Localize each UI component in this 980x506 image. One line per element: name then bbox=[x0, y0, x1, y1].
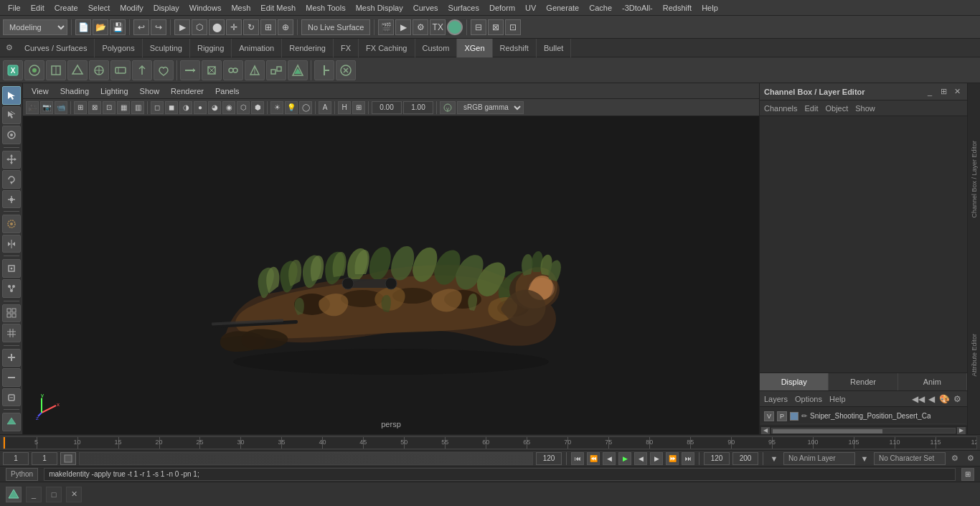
vp-hud-btn[interactable]: H bbox=[338, 101, 351, 114]
xgen-btn-9[interactable] bbox=[180, 60, 200, 80]
rp-edit-btn[interactable]: Edit bbox=[804, 104, 818, 113]
frame-end-anim-input[interactable] bbox=[536, 452, 562, 465]
vp-value1-input[interactable] bbox=[372, 101, 402, 114]
tr-dropdown1-icon[interactable]: ▼ bbox=[768, 452, 781, 465]
vp-snap2[interactable]: ⊠ bbox=[88, 101, 101, 114]
vp-aa-btn[interactable]: A bbox=[319, 101, 331, 114]
vp-light1[interactable]: ☀ bbox=[270, 101, 283, 114]
cluster-lt[interactable] bbox=[2, 279, 21, 298]
vp-shade3[interactable]: ◕ bbox=[208, 101, 221, 114]
tr-more-icon[interactable]: ⚙ bbox=[964, 452, 977, 465]
rotate-lt[interactable] bbox=[2, 170, 21, 189]
rp-tab-render[interactable]: Render bbox=[829, 373, 897, 390]
xgen-btn-2[interactable] bbox=[24, 60, 44, 80]
vp-snap3[interactable]: ⊡ bbox=[103, 101, 116, 114]
tr-dropdown2-icon[interactable]: ▼ bbox=[858, 452, 871, 465]
xgen-btn-16[interactable] bbox=[336, 60, 356, 80]
maya-lt[interactable] bbox=[2, 413, 21, 431]
menu-modify[interactable]: Modify bbox=[115, 2, 148, 14]
tab-rendering[interactable]: Rendering bbox=[282, 39, 334, 57]
rp-layer-color-icon[interactable]: 🎨 bbox=[938, 393, 950, 405]
menu-edit[interactable]: Edit bbox=[26, 2, 50, 14]
render-settings-button[interactable]: ⚙ bbox=[413, 19, 428, 35]
paint-select-lt[interactable] bbox=[2, 126, 21, 144]
menu-curves[interactable]: Curves bbox=[408, 2, 443, 14]
tab-settings-icon[interactable]: ⚙ bbox=[1, 40, 17, 56]
vp-ao-btn[interactable]: ◯ bbox=[299, 101, 312, 114]
symmetry-lt[interactable] bbox=[2, 235, 21, 253]
tr-end-btn[interactable]: ⏭ bbox=[682, 452, 694, 465]
frame-current1-input[interactable] bbox=[32, 452, 57, 465]
bw-close-btn[interactable]: ✕ bbox=[66, 487, 82, 502]
menu-select[interactable]: Select bbox=[83, 2, 116, 14]
vp-menu-panels[interactable]: Panels bbox=[209, 85, 245, 97]
rp-layer-prev-icon[interactable]: ◀ bbox=[925, 393, 937, 405]
tr-next-key-btn[interactable]: ⏩ bbox=[666, 452, 679, 465]
tr-char-icon[interactable]: ⚙ bbox=[948, 452, 961, 465]
menu-help[interactable]: Help bbox=[697, 2, 723, 14]
vp-shade1[interactable]: ◑ bbox=[179, 101, 192, 114]
tab-polygons[interactable]: Polygons bbox=[95, 39, 142, 57]
timeline-ruler[interactable]: 1510152025303540455055606570758085909510… bbox=[3, 436, 977, 449]
menu-mesh[interactable]: Mesh bbox=[226, 2, 255, 14]
rp-layer-item[interactable]: V P ✏ Sniper_Shooting_Position_Desert_Ca bbox=[761, 408, 966, 424]
bw-restore-btn[interactable]: □ bbox=[46, 487, 62, 502]
vp-value2-input[interactable] bbox=[403, 101, 433, 114]
status-script-editor-icon[interactable]: ⊞ bbox=[961, 468, 974, 481]
rp-layer-v-btn[interactable]: V bbox=[764, 411, 774, 421]
vp-tex1[interactable]: ⬡ bbox=[237, 101, 250, 114]
channel-box-edge-label[interactable]: Channel Box / Layer Editor bbox=[969, 138, 979, 221]
rp-layer-back-icon[interactable]: ◀◀ bbox=[913, 393, 924, 405]
save-scene-button[interactable]: 💾 bbox=[110, 19, 126, 35]
rp-channels-btn[interactable]: Channels bbox=[764, 104, 797, 113]
tab-redshift[interactable]: Redshift bbox=[493, 39, 537, 57]
xgen-btn-13[interactable] bbox=[266, 60, 286, 80]
menu-redshift[interactable]: Redshift bbox=[658, 2, 697, 14]
xgen-btn-8[interactable] bbox=[154, 60, 174, 80]
ipr-render-button[interactable]: ▶ bbox=[395, 19, 411, 35]
universal-manip-button[interactable]: ⊕ bbox=[278, 19, 293, 35]
tab-fx-caching[interactable]: FX Caching bbox=[359, 39, 415, 57]
render-indicator[interactable] bbox=[447, 19, 463, 35]
rp-close-icon[interactable]: ✕ bbox=[951, 86, 963, 98]
vp-menu-lighting[interactable]: Lighting bbox=[95, 85, 134, 97]
xgen-btn-1[interactable]: X bbox=[3, 60, 23, 80]
tab-curves-surfaces[interactable]: Curves / Surfaces bbox=[17, 39, 95, 57]
rp-options-btn[interactable]: Options bbox=[795, 395, 822, 403]
tr-char-set-display[interactable]: No Character Set bbox=[874, 452, 946, 465]
tr-start-btn[interactable]: ⏮ bbox=[571, 452, 584, 465]
plus-lt[interactable] bbox=[2, 349, 21, 367]
tab-animation[interactable]: Animation bbox=[232, 39, 282, 57]
colorspace-select[interactable]: sRGB gamma bbox=[457, 101, 524, 114]
rp-help-btn[interactable]: Help bbox=[829, 395, 846, 403]
menu-display[interactable]: Display bbox=[149, 2, 184, 14]
tab-sculpting[interactable]: Sculpting bbox=[143, 39, 190, 57]
vp-cam2-btn[interactable]: 📷 bbox=[40, 101, 53, 114]
vp-tex2[interactable]: ⬢ bbox=[251, 101, 264, 114]
tr-anim-layer-display[interactable]: No Anim Layer bbox=[783, 452, 855, 465]
tr-prev-frame-btn[interactable]: ◀ bbox=[603, 452, 616, 465]
rp-scroll-track[interactable] bbox=[771, 428, 956, 434]
viewport-canvas[interactable]: x y z persp bbox=[23, 116, 759, 434]
tx-render-button[interactable]: TX bbox=[430, 19, 446, 35]
menu-surfaces[interactable]: Surfaces bbox=[443, 2, 484, 14]
rp-object-btn[interactable]: Object bbox=[825, 104, 848, 113]
menu-edit-mesh[interactable]: Edit Mesh bbox=[255, 2, 301, 14]
select-tool-lt[interactable] bbox=[2, 86, 21, 105]
vp-cam3-btn[interactable]: 📹 bbox=[55, 101, 67, 114]
xgen-btn-5[interactable] bbox=[89, 60, 109, 80]
tab-xgen[interactable]: XGen bbox=[457, 39, 492, 57]
xgen-btn-15[interactable] bbox=[314, 60, 334, 80]
vp-snap4[interactable]: ▦ bbox=[117, 101, 130, 114]
vp-snap1[interactable]: ⊞ bbox=[74, 101, 87, 114]
undo-button[interactable]: ↩ bbox=[133, 19, 149, 35]
vp-menu-show[interactable]: Show bbox=[134, 85, 166, 97]
menu-file[interactable]: File bbox=[3, 2, 26, 14]
vp-menu-renderer[interactable]: Renderer bbox=[165, 85, 209, 97]
menu-windows[interactable]: Windows bbox=[184, 2, 227, 14]
rp-minimize-icon[interactable]: _ bbox=[924, 86, 936, 98]
tr-play-back-btn[interactable]: ◀ bbox=[634, 452, 647, 465]
menu-generate[interactable]: Generate bbox=[541, 2, 584, 14]
xgen-btn-6[interactable] bbox=[110, 60, 131, 80]
vp-wire1[interactable]: ◻ bbox=[151, 101, 164, 114]
